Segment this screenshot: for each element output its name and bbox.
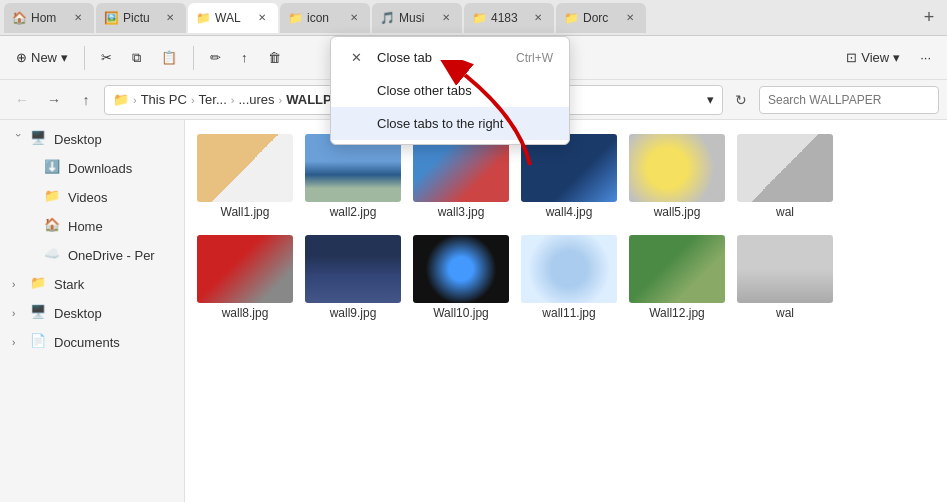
file-name-wall1: Wall1.jpg [221, 205, 270, 219]
tab-icon-music: 🎵 [380, 11, 394, 25]
sidebar-item-home[interactable]: 🏠 Home [4, 212, 180, 240]
breadcrumb-part-2: Ter... [199, 92, 227, 107]
file-name-wall12: Wall12.jpg [649, 306, 705, 320]
tab-wallpaper[interactable]: 📁 WAL ✕ [188, 3, 278, 33]
paste-icon: 📋 [161, 50, 177, 65]
rename-button[interactable]: ✏ [202, 45, 229, 70]
tab-label-icons: icon [307, 11, 341, 25]
cut-button[interactable]: ✂ [93, 45, 120, 70]
forward-button[interactable]: → [40, 86, 68, 114]
cm-close-tabs-right-label: Close tabs to the right [377, 116, 503, 131]
sidebar-item-desktop[interactable]: › 🖥️ Desktop [4, 125, 180, 153]
sidebar-item-downloads[interactable]: ⬇️ Downloads [4, 154, 180, 182]
file-name-wall3: wall3.jpg [438, 205, 485, 219]
sidebar-arrow-desktop: › [13, 133, 24, 145]
new-tab-button[interactable]: + [915, 4, 943, 32]
sidebar-label-desktop2: Desktop [54, 306, 102, 321]
file-item-wall13[interactable]: wal [735, 231, 835, 324]
tab-label-4183: 4183 [491, 11, 525, 25]
tab-close-dorc[interactable]: ✕ [622, 10, 638, 26]
breadcrumb-sep-2: › [231, 94, 235, 106]
tab-icon-pictures: 🖼️ [104, 11, 118, 25]
sidebar-icon-desktop: 🖥️ [30, 130, 48, 148]
view-button[interactable]: ⊡ View ▾ [838, 45, 908, 70]
sidebar-item-documents[interactable]: › 📄 Documents [4, 328, 180, 356]
tab-dorc[interactable]: 📁 Dorc ✕ [556, 3, 646, 33]
sidebar-item-onedrive[interactable]: ☁️ OneDrive - Per [4, 241, 180, 269]
file-grid: Wall1.jpg wall2.jpg wall3.jpg wall4.jpg … [185, 120, 947, 502]
cm-close-other-tabs-label: Close other tabs [377, 83, 472, 98]
sidebar-label-stark: Stark [54, 277, 84, 292]
more-icon: ··· [920, 50, 931, 65]
rename-icon: ✏ [210, 50, 221, 65]
tab-close-4183[interactable]: ✕ [530, 10, 546, 26]
breadcrumb-arrow: › [133, 94, 137, 106]
sidebar-label-downloads: Downloads [68, 161, 132, 176]
breadcrumb-sep-3: › [279, 94, 283, 106]
tab-icons[interactable]: 📁 icon ✕ [280, 3, 370, 33]
view-icon: ⊡ [846, 50, 857, 65]
file-thumb-wall13 [737, 235, 833, 303]
paste-button[interactable]: 📋 [153, 45, 185, 70]
tab-icon-dorc: 📁 [564, 11, 578, 25]
more-button[interactable]: ··· [912, 45, 939, 70]
refresh-button[interactable]: ↻ [727, 86, 755, 114]
back-button[interactable]: ← [8, 86, 36, 114]
sidebar-label-desktop: Desktop [54, 132, 102, 147]
file-item-wall11[interactable]: wall11.jpg [519, 231, 619, 324]
sidebar-item-videos[interactable]: 📁 Videos [4, 183, 180, 211]
tab-pictures[interactable]: 🖼️ Pictu ✕ [96, 3, 186, 33]
search-input[interactable] [759, 86, 939, 114]
tab-home[interactable]: 🏠 Hom ✕ [4, 3, 94, 33]
copy-button[interactable]: ⧉ [124, 45, 149, 71]
sidebar-item-desktop2[interactable]: › 🖥️ Desktop [4, 299, 180, 327]
file-name-wall6: wal [776, 205, 794, 219]
file-thumb-wall12 [629, 235, 725, 303]
up-button[interactable]: ↑ [72, 86, 100, 114]
sidebar-label-videos: Videos [68, 190, 108, 205]
new-button[interactable]: ⊕ New ▾ [8, 45, 76, 70]
file-item-wall10[interactable]: Wall10.jpg [411, 231, 511, 324]
cm-close-tab-shortcut: Ctrl+W [516, 51, 553, 65]
context-menu: ✕ Close tab Ctrl+W Close other tabs Clos… [330, 36, 570, 145]
tab-music[interactable]: 🎵 Musi ✕ [372, 3, 462, 33]
sidebar: › 🖥️ Desktop ⬇️ Downloads 📁 Videos 🏠 Hom… [0, 120, 185, 502]
cm-close-tabs-right[interactable]: Close tabs to the right [331, 107, 569, 140]
tab-close-pictures[interactable]: ✕ [162, 10, 178, 26]
breadcrumb-part-3: ...ures [238, 92, 274, 107]
new-label: New [31, 50, 57, 65]
file-item-wall12[interactable]: Wall12.jpg [627, 231, 727, 324]
file-thumb-wall10 [413, 235, 509, 303]
tab-icon-4183: 📁 [472, 11, 486, 25]
cm-close-tab[interactable]: ✕ Close tab Ctrl+W [331, 41, 569, 74]
file-item-wall1[interactable]: Wall1.jpg [195, 130, 295, 223]
tab-label-dorc: Dorc [583, 11, 617, 25]
share-button[interactable]: ↑ [233, 45, 256, 70]
file-name-wall2: wall2.jpg [330, 205, 377, 219]
file-item-wall6[interactable]: wal [735, 130, 835, 223]
tab-close-wallpaper[interactable]: ✕ [254, 10, 270, 26]
sidebar-label-onedrive: OneDrive - Per [68, 248, 155, 263]
file-thumb-wall11 [521, 235, 617, 303]
close-tab-icon: ✕ [347, 50, 365, 65]
toolbar-separator-1 [84, 46, 85, 70]
file-name-wall5: wall5.jpg [654, 205, 701, 219]
tab-label-home: Hom [31, 11, 65, 25]
sidebar-icon-desktop2: 🖥️ [30, 304, 48, 322]
cm-close-other-tabs[interactable]: Close other tabs [331, 74, 569, 107]
tab-close-home[interactable]: ✕ [70, 10, 86, 26]
sidebar-item-stark[interactable]: › 📁 Stark [4, 270, 180, 298]
tab-close-music[interactable]: ✕ [438, 10, 454, 26]
tab-icon-wallpaper: 📁 [196, 11, 210, 25]
delete-icon: 🗑 [268, 50, 281, 65]
delete-button[interactable]: 🗑 [260, 45, 289, 70]
file-item-wall5[interactable]: wall5.jpg [627, 130, 727, 223]
breadcrumb-part-1: This PC [141, 92, 187, 107]
tab-4183[interactable]: 📁 4183 ✕ [464, 3, 554, 33]
cut-icon: ✂ [101, 50, 112, 65]
sidebar-arrow-documents: › [12, 337, 24, 348]
file-item-wall9[interactable]: wall9.jpg [303, 231, 403, 324]
file-item-wall8[interactable]: wall8.jpg [195, 231, 295, 324]
tab-close-icons[interactable]: ✕ [346, 10, 362, 26]
breadcrumb-dropdown-arrow: ▾ [707, 92, 714, 107]
